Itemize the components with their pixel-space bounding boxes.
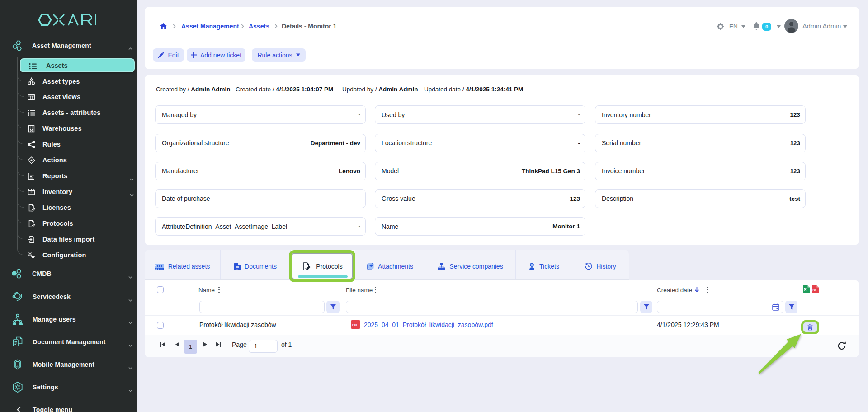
svg-text:PDF: PDF xyxy=(812,289,817,291)
svg-text:PDF: PDF xyxy=(352,323,358,327)
